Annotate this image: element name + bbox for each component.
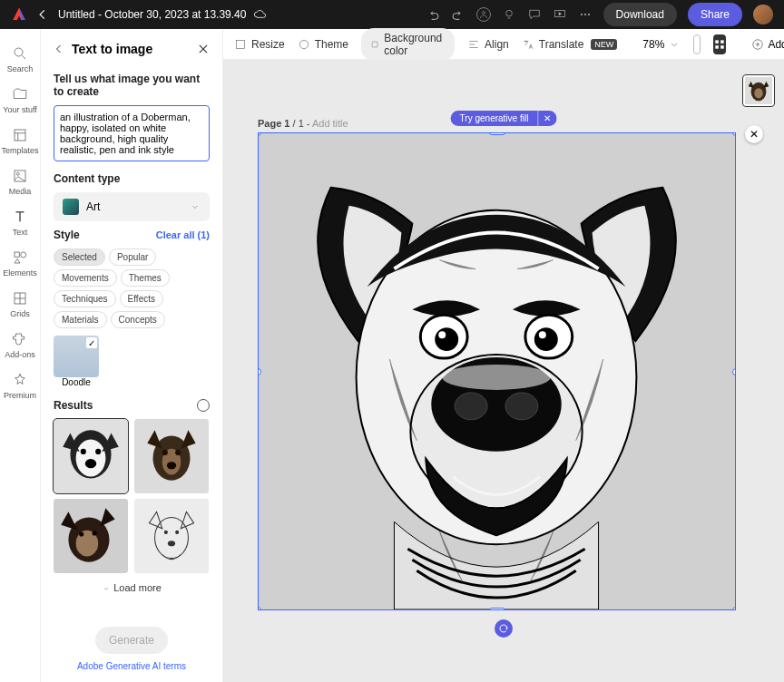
rail-media[interactable]: Media — [0, 162, 41, 201]
add-label: Add — [768, 38, 784, 51]
rail-search[interactable]: Search — [0, 40, 41, 79]
rail-grids[interactable]: Grids — [0, 285, 41, 324]
user-avatar[interactable] — [753, 5, 773, 24]
rail-elements[interactable]: Elements — [0, 244, 41, 283]
close-selection-button[interactable]: ✕ — [745, 125, 763, 143]
svg-point-21 — [21, 252, 26, 258]
panel-back-icon[interactable] — [54, 44, 64, 54]
chip-selected[interactable]: Selected — [54, 248, 105, 266]
svg-point-38 — [79, 531, 83, 536]
svg-point-32 — [162, 450, 168, 455]
comment-icon[interactable] — [527, 7, 542, 22]
zoom-control[interactable]: 78% — [642, 38, 681, 51]
result-thumb-3[interactable] — [54, 499, 128, 573]
chevron-down-icon — [668, 38, 681, 51]
svg-point-47 — [754, 88, 762, 98]
result-thumb-2[interactable] — [134, 419, 209, 493]
document-title[interactable]: Untitled - October 30, 2023 at 13.39.40 — [58, 8, 246, 21]
svg-point-39 — [93, 531, 97, 535]
content-type-value: Art — [86, 200, 100, 213]
svg-point-5 — [588, 14, 590, 15]
layers-icon[interactable] — [693, 34, 701, 54]
grid-toggle-icon[interactable] — [713, 34, 726, 54]
rail-templates[interactable]: Templates — [0, 122, 41, 161]
lightbulb-icon[interactable] — [502, 7, 516, 22]
prompt-input[interactable] — [54, 105, 210, 161]
panel-close-icon[interactable] — [197, 43, 210, 55]
rail-addons[interactable]: Add-ons — [0, 326, 41, 365]
generate-button[interactable]: Generate — [95, 627, 168, 654]
svg-rect-8 — [372, 42, 377, 47]
chip-materials[interactable]: Materials — [54, 311, 107, 328]
chip-techniques[interactable]: Techniques — [54, 290, 116, 307]
theme-tool[interactable]: Theme — [298, 38, 348, 51]
resize-handle[interactable] — [732, 607, 736, 610]
canvas-frame[interactable] — [258, 132, 736, 610]
ai-terms-link[interactable]: Adobe Generative AI terms — [54, 661, 210, 671]
clear-all-link[interactable]: Clear all (1) — [156, 229, 210, 240]
load-more-button[interactable]: Load more — [54, 582, 210, 593]
chip-effects[interactable]: Effects — [120, 290, 163, 307]
svg-point-43 — [175, 531, 179, 534]
rail-your-stuff[interactable]: Your stuff — [0, 81, 41, 120]
info-icon[interactable] — [197, 399, 210, 412]
app-logo — [11, 6, 27, 23]
translate-tool[interactable]: TranslateNEW — [522, 38, 618, 51]
check-icon: ✓ — [86, 337, 97, 348]
share-button[interactable]: Share — [688, 3, 742, 26]
chip-popular[interactable]: Popular — [109, 248, 156, 266]
add-page-button[interactable]: Add — [751, 38, 784, 51]
result-thumb-4[interactable] — [134, 499, 209, 573]
svg-rect-18 — [15, 170, 25, 181]
svg-rect-17 — [15, 130, 25, 141]
content-type-dropdown[interactable]: Art — [54, 192, 210, 221]
svg-point-25 — [76, 440, 106, 477]
page-thumbnail[interactable] — [742, 74, 775, 107]
svg-point-58 — [455, 393, 487, 420]
results-label: Results — [54, 399, 93, 412]
style-thumb-doodle[interactable]: ✓ Doodle — [54, 336, 99, 388]
svg-point-60 — [442, 365, 551, 390]
new-badge: NEW — [591, 39, 617, 50]
svg-rect-40 — [134, 499, 209, 573]
zoom-value: 78% — [642, 38, 664, 51]
generated-image — [259, 133, 735, 609]
svg-point-3 — [581, 14, 583, 15]
align-tool[interactable]: Align — [467, 38, 509, 51]
chip-concepts[interactable]: Concepts — [111, 311, 165, 328]
resize-handle[interactable] — [489, 608, 505, 610]
undo-icon[interactable] — [426, 7, 440, 22]
generative-fill-button[interactable]: Try generative fill — [451, 111, 538, 126]
more-icon[interactable] — [578, 7, 593, 22]
svg-point-4 — [584, 14, 586, 15]
generative-fill-close[interactable]: ✕ — [537, 111, 556, 126]
page-label[interactable]: Page 1 / 1 - Add title — [258, 118, 348, 129]
chip-themes[interactable]: Themes — [121, 269, 170, 287]
back-icon[interactable] — [36, 8, 49, 21]
result-thumb-1[interactable] — [54, 419, 128, 493]
rail-premium[interactable]: Premium — [0, 366, 41, 405]
content-type-label: Content type — [54, 172, 210, 185]
svg-point-42 — [164, 531, 168, 534]
svg-rect-20 — [15, 252, 19, 257]
download-button[interactable]: Download — [603, 3, 677, 26]
resize-handle[interactable] — [489, 132, 505, 135]
rail-text[interactable]: Text — [0, 203, 41, 242]
present-icon[interactable] — [553, 7, 567, 22]
regenerate-button[interactable] — [495, 619, 513, 638]
prompt-label: Tell us what image you want to create — [54, 73, 210, 98]
background-color-tool[interactable]: Background color — [361, 28, 455, 61]
style-thumb-label: Doodle — [62, 377, 91, 387]
resize-handle[interactable] — [732, 368, 736, 375]
person-icon[interactable] — [476, 7, 491, 22]
resize-tool[interactable]: Resize — [234, 38, 285, 51]
svg-point-28 — [85, 459, 96, 468]
svg-point-51 — [435, 327, 458, 351]
svg-point-52 — [438, 331, 446, 338]
redo-icon[interactable] — [451, 7, 466, 22]
panel-title: Text to image — [72, 42, 190, 56]
svg-point-1 — [505, 10, 512, 16]
svg-point-59 — [505, 393, 538, 420]
chevron-down-icon — [190, 201, 201, 212]
chip-movements[interactable]: Movements — [54, 269, 117, 287]
